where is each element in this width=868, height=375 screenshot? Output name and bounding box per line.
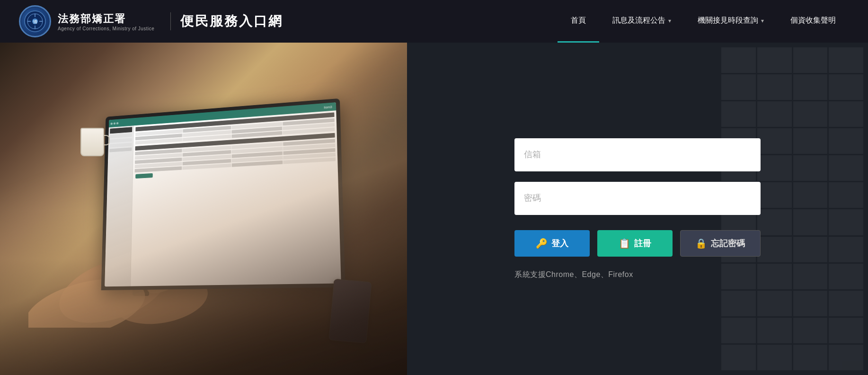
login-icon: 🔑: [536, 238, 548, 249]
nav-item-home[interactable]: 首頁: [558, 0, 599, 43]
password-input[interactable]: [514, 182, 761, 215]
login-form: 🔑 登入 📋 註冊 🔒 忘記密碼 系統支援Chrome、Edge、Firefox: [514, 119, 761, 299]
org-name-en: Agency of Corrections, Ministry of Justi…: [58, 26, 154, 31]
nav-item-privacy[interactable]: 個資收集聲明: [777, 0, 849, 43]
site-title: 便民服務入口網: [170, 12, 283, 30]
nav-item-news[interactable]: 訊息及流程公告 ▾: [599, 0, 684, 43]
nav-item-visit[interactable]: 機關接見時段查詢 ▾: [684, 0, 777, 43]
main-nav: 首頁 訊息及流程公告 ▾ 機關接見時段查詢 ▾ 個資收集聲明: [558, 0, 849, 43]
logo-inner: 矯: [21, 8, 49, 35]
emblem-svg: 矯: [24, 10, 46, 32]
action-buttons: 🔑 登入 📋 註冊 🔒 忘記密碼: [514, 230, 761, 257]
login-button[interactable]: 🔑 登入: [514, 230, 590, 257]
forgot-password-button[interactable]: 🔒 忘記密碼: [680, 230, 761, 257]
register-button[interactable]: 📋 註冊: [597, 230, 673, 257]
org-name-zh: 法務部矯正署: [58, 12, 154, 26]
right-panel: 🔑 登入 📋 註冊 🔒 忘記密碼 系統支援Chrome、Edge、Firefox: [407, 43, 868, 375]
logo-text: 法務部矯正署 Agency of Corrections, Ministry o…: [58, 12, 154, 31]
chevron-down-icon: ▾: [668, 18, 671, 24]
site-header: 矯 法務部矯正署 Agency of Corrections, Ministry…: [0, 0, 868, 43]
background-area: liom3: [0, 0, 868, 375]
laptop-device: liom3: [101, 98, 345, 290]
lock-icon: 🔒: [695, 238, 707, 249]
browser-support-text: 系統支援Chrome、Edge、Firefox: [514, 270, 761, 280]
logo-emblem: 矯: [19, 5, 51, 37]
svg-text:矯: 矯: [33, 19, 37, 24]
register-icon: 📋: [619, 238, 630, 249]
chevron-down-icon: ▾: [761, 18, 764, 24]
coffee-cup: [80, 128, 104, 161]
email-input[interactable]: [514, 138, 761, 171]
hero-image-area: liom3: [0, 43, 407, 375]
phone-device: [328, 279, 372, 343]
laptop-screen: liom3: [105, 102, 341, 286]
logo-area: 矯 法務部矯正署 Agency of Corrections, Ministry…: [19, 5, 283, 37]
